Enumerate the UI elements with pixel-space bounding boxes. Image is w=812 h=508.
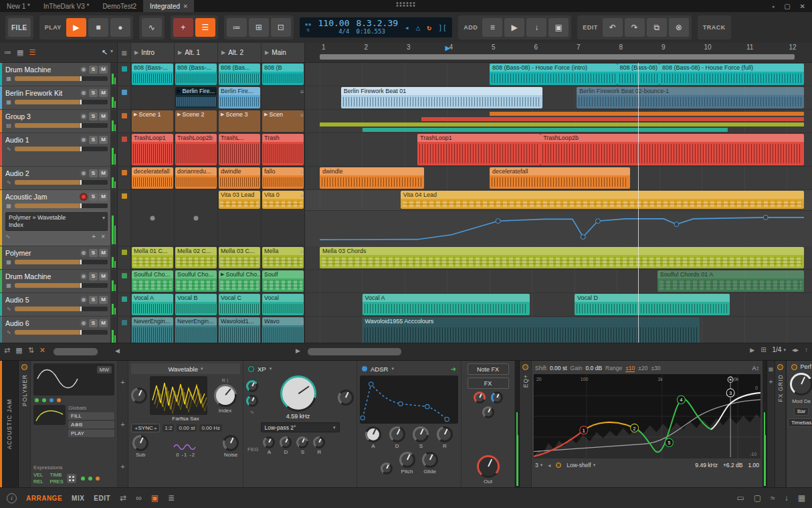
launcher-clip[interactable]: ▶Scene 3: [219, 110, 260, 132]
mapping-icon[interactable]: ≈: [771, 493, 775, 503]
automation-point[interactable]: [595, 219, 600, 224]
volume-fader[interactable]: [15, 307, 108, 311]
delete-button[interactable]: ⊗: [669, 18, 689, 37]
follow-playhead-toggle[interactable]: ▣: [151, 493, 159, 503]
mute-button[interactable]: M: [99, 112, 108, 120]
arranger-clip[interactable]: 808 (Bass-08) - House Force (full): [659, 64, 804, 85]
mod-delay-knob[interactable]: [790, 373, 812, 396]
track-header-group-3-2[interactable]: Group 3SM▤: [0, 110, 117, 133]
launcher-clip[interactable]: Vocal: [262, 294, 304, 315]
clip-slot[interactable]: Mella 02 C...: [175, 246, 218, 269]
oscillator-waveform-display[interactable]: MW: [33, 363, 114, 396]
eq-range-10-button[interactable]: ±10: [625, 365, 635, 372]
feg-sustain-knob[interactable]: [296, 436, 308, 448]
record-arm-button[interactable]: [80, 112, 88, 120]
record-button[interactable]: ●: [110, 18, 130, 37]
track-header-berlin-firework-kit-1[interactable]: Berlin Firework KitSM▦: [0, 86, 117, 110]
launcher-clip[interactable]: TrashLoop2b: [175, 134, 217, 165]
clip-slot[interactable]: TrashLoop1: [131, 133, 175, 166]
volume-fader[interactable]: [15, 203, 108, 208]
clip-slot[interactable]: ▶Berlin Fire...: [175, 86, 218, 109]
pitch-knob[interactable]: [399, 452, 415, 468]
arranger-clip[interactable]: deceleratefall: [490, 167, 630, 189]
chevron-down-icon[interactable]: ▾: [201, 366, 203, 371]
arranger-clip[interactable]: dwindle: [320, 167, 424, 189]
rel-expression-button[interactable]: REL: [33, 479, 47, 485]
track-header-audio-2-4[interactable]: Audio 2SM∿: [0, 167, 117, 190]
arranger-clip[interactable]: Mella 03 Chords: [320, 247, 804, 268]
clip-slot[interactable]: [131, 190, 175, 246]
eq-range-20-button[interactable]: ±20: [638, 365, 647, 371]
env-release-knob[interactable]: [437, 426, 453, 442]
arranger-clip[interactable]: TrashLoop1: [417, 134, 540, 165]
clip-slot[interactable]: Berlin Fire...: [218, 86, 262, 109]
clip-slot[interactable]: Vita 03 Lead: [218, 190, 262, 246]
filter-drive-knob[interactable]: [246, 380, 258, 392]
rate-value[interactable]: 0.00 Hz: [199, 424, 222, 432]
volume-fader[interactable]: [15, 100, 108, 104]
eq-band-type-select[interactable]: Low-shelf▾: [567, 462, 595, 469]
launcher-clip[interactable]: Wavo: [262, 317, 304, 343]
mute-button[interactable]: M: [99, 296, 108, 304]
arranger-clip[interactable]: TrashLoop2b: [540, 134, 804, 165]
add-mapping-button[interactable]: +: [92, 233, 96, 240]
playhead-marker-icon[interactable]: ▶: [445, 44, 451, 52]
file-menu-button[interactable]: FILE: [8, 18, 31, 37]
sub-octave-options[interactable]: 0 -1 -2: [176, 452, 195, 458]
scene-header-intro[interactable]: ▶Intro: [131, 43, 175, 62]
clip-slot[interactable]: Vocal C: [218, 293, 262, 316]
clip-stop-button[interactable]: [118, 293, 131, 316]
note-fx-tab[interactable]: Note FX: [468, 363, 509, 375]
eq-power-button[interactable]: [522, 364, 528, 370]
launcher-clip[interactable]: fallo: [262, 167, 304, 189]
clip-stop-button[interactable]: [118, 167, 131, 189]
volume-fader[interactable]: [15, 123, 108, 128]
grid-toggle-icon[interactable]: ▦: [15, 346, 22, 355]
spread-knob[interactable]: [482, 406, 494, 418]
solo-button[interactable]: S: [89, 112, 98, 120]
feg-attack-knob[interactable]: [263, 436, 275, 448]
launcher-clip[interactable]: NeverEngin...: [132, 317, 173, 343]
ab-blend-button[interactable]: A⊕B: [68, 421, 114, 428]
fill-button[interactable]: FILL: [68, 412, 114, 420]
mute-button[interactable]: M: [99, 66, 108, 74]
snap-grid-select[interactable]: 1/4▾: [773, 346, 786, 353]
eq-band-freq-value[interactable]: 9.49 kHz: [695, 462, 718, 469]
tempo-tap-icon[interactable]: ▪▪⇅: [305, 22, 312, 33]
record-arm-button[interactable]: [80, 136, 88, 144]
position-bars-display[interactable]: 8.3.2.39: [356, 19, 398, 27]
tab-integrated[interactable]: Integrated×: [143, 0, 194, 12]
fx-grid-power-button[interactable]: [777, 364, 783, 370]
expand-panel-button[interactable]: ⊞: [249, 18, 269, 37]
clip-stop-button[interactable]: [118, 133, 131, 166]
eq-header-strip[interactable]: EQ+: [520, 361, 532, 487]
launcher-clip[interactable]: 808 (B: [262, 64, 304, 85]
clip-slot[interactable]: Soulf: [262, 270, 304, 292]
clip-slot[interactable]: Wavo: [262, 317, 304, 343]
add-modulator-button[interactable]: +: [120, 378, 124, 386]
track-list-icon[interactable]: ≔: [4, 48, 11, 57]
metronome-level-icon[interactable]: △: [416, 23, 421, 32]
record-arm-button[interactable]: [80, 89, 88, 97]
filter-cutoff-knob[interactable]: [280, 375, 316, 412]
arranger-clip[interactable]: Vocal A: [363, 294, 530, 315]
env-sustain-knob[interactable]: [413, 426, 429, 442]
arranger-clip[interactable]: 808 (Bass-08) - House Force (intro): [490, 64, 617, 85]
clip-slot[interactable]: Wavoloid1...: [218, 317, 262, 343]
index-knob[interactable]: [214, 384, 237, 407]
scene-play-icon[interactable]: ▶: [134, 50, 138, 56]
filter-mod-icon[interactable]: ∿: [250, 410, 254, 415]
launcher-clip[interactable]: 808 (Bass-...: [175, 64, 217, 85]
clip-slot[interactable]: [262, 86, 304, 109]
launcher-scrollbar[interactable]: [54, 348, 98, 355]
eq-band-select[interactable]: 3▾: [535, 462, 542, 469]
io-routing-button[interactable]: ≔: [227, 18, 247, 37]
bar-chip[interactable]: Bar: [794, 407, 809, 416]
grid-icon[interactable]: ▦: [769, 366, 774, 372]
clip-stop-dot[interactable]: [194, 216, 199, 220]
clip-slot[interactable]: ▶Soulful Cho...: [218, 270, 262, 292]
play-mode-button[interactable]: PLAY: [68, 430, 114, 437]
clip-slot[interactable]: 808 (Bass-...: [131, 63, 175, 86]
clip-slot[interactable]: Vocal B: [175, 293, 218, 316]
add-audio-track-button[interactable]: ▶: [504, 18, 524, 37]
